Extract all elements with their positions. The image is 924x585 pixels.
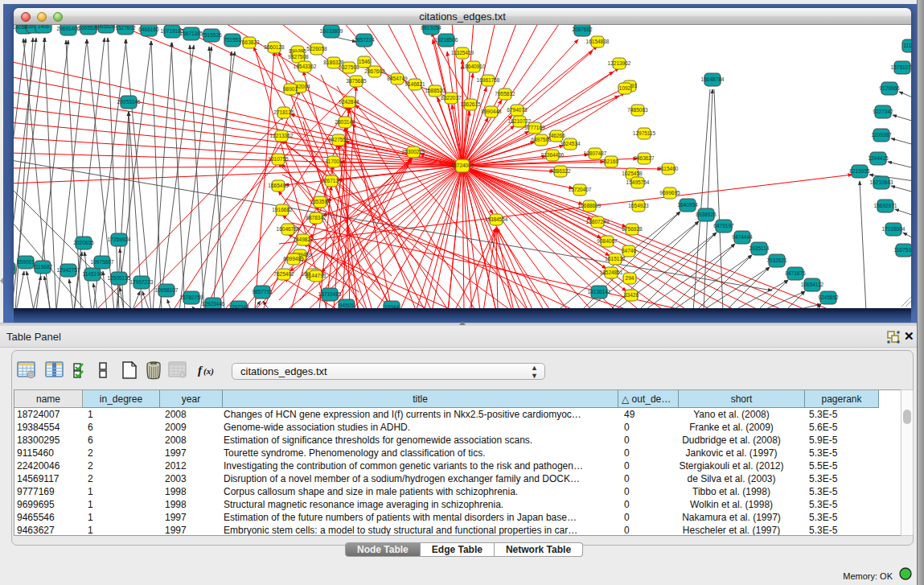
svg-text:20691406: 20691406	[57, 26, 80, 31]
svg-text:7485063: 7485063	[627, 107, 648, 113]
svg-text:1654923: 1654923	[628, 203, 649, 208]
svg-text:9245652: 9245652	[818, 295, 839, 300]
svg-text:1615132: 1615132	[605, 256, 626, 262]
svg-text:20053346: 20053346	[117, 99, 141, 105]
svg-text:2020655: 2020655	[73, 240, 94, 245]
svg-text:9146821: 9146821	[405, 81, 425, 87]
svg-text:17016504: 17016504	[882, 226, 906, 232]
svg-text:7515526: 7515526	[201, 32, 222, 38]
svg-text:8215955: 8215955	[849, 168, 870, 174]
svg-text:3875685: 3875685	[346, 78, 367, 84]
svg-text:7625402: 7625402	[273, 271, 294, 277]
svg-text:21364436: 21364436	[541, 152, 565, 158]
svg-text:10944: 10944	[384, 304, 399, 308]
svg-text:2087682: 2087682	[572, 27, 593, 32]
svg-text:1115682: 1115682	[33, 264, 53, 270]
svg-text:18724007: 18724007	[451, 163, 474, 168]
svg-text:15692971: 15692971	[874, 203, 897, 208]
svg-text:7955812: 7955812	[495, 91, 515, 97]
svg-text:9474444: 9474444	[732, 234, 753, 240]
svg-text:16210722: 16210722	[508, 118, 532, 124]
svg-text:3267130: 3267130	[321, 178, 342, 183]
svg-text:6479197: 6479197	[713, 223, 734, 229]
svg-text:12213962: 12213962	[608, 60, 631, 66]
svg-text:18524851: 18524851	[600, 270, 623, 275]
svg-text:16210643: 16210643	[870, 179, 893, 185]
svg-text:13716485: 13716485	[318, 291, 342, 297]
svg-text:8813054: 8813054	[421, 25, 441, 31]
svg-text:19384554: 19384554	[485, 216, 508, 222]
svg-text:2803144: 2803144	[335, 119, 355, 125]
svg-text:12942757: 12942757	[57, 267, 80, 273]
svg-text:94505: 94505	[339, 303, 354, 308]
svg-text:10975867: 10975867	[91, 259, 114, 265]
svg-text:6466160: 6466160	[138, 27, 159, 32]
svg-text:1025458: 1025458	[622, 171, 643, 176]
svg-text:9827508: 9827508	[288, 54, 309, 60]
svg-text:8454749: 8454749	[387, 76, 408, 81]
svg-text:f: f	[198, 364, 203, 377]
svg-text:16961758: 16961758	[477, 77, 500, 83]
svg-text:16648784: 16648784	[701, 76, 725, 82]
svg-text:8938928: 8938928	[696, 212, 717, 217]
svg-text:2935114: 2935114	[749, 245, 770, 251]
svg-text:17957223: 17957223	[130, 279, 154, 285]
svg-text:1362615: 1362615	[460, 101, 481, 107]
svg-text:98901: 98901	[283, 86, 298, 92]
svg-text:(x): (x)	[203, 366, 214, 377]
svg-text:1546: 1546	[359, 59, 371, 64]
svg-text:1145194: 1145194	[83, 271, 103, 277]
svg-text:9115460: 9115460	[659, 166, 679, 171]
svg-text:1449822: 1449822	[293, 237, 314, 242]
svg-text:1244415: 1244415	[868, 155, 889, 161]
svg-text:1209387: 1209387	[871, 132, 892, 138]
svg-text:7632621: 7632621	[766, 257, 787, 263]
svg-text:8322037: 8322037	[441, 95, 462, 101]
svg-text:9327508: 9327508	[339, 64, 359, 70]
svg-text:10654112: 10654112	[801, 282, 824, 287]
svg-text:12505135: 12505135	[108, 275, 131, 281]
svg-text:1092: 1092	[619, 85, 631, 91]
svg-text:8660128: 8660128	[264, 44, 285, 50]
svg-text:16543362: 16543362	[294, 64, 317, 69]
svg-text:9699695: 9699695	[659, 190, 680, 196]
svg-text:25300275: 25300275	[402, 149, 425, 154]
svg-text:1665493: 1665493	[268, 183, 289, 188]
svg-text:16782759: 16782759	[180, 295, 203, 300]
svg-text:10688609: 10688609	[578, 203, 602, 208]
svg-text:18640910: 18640910	[462, 64, 486, 69]
svg-text:19218506: 19218506	[435, 37, 458, 43]
svg-text:7857224: 7857224	[354, 37, 375, 43]
svg-text:1916682: 1916682	[272, 207, 293, 212]
svg-text:9242848: 9242848	[339, 99, 359, 105]
svg-text:18807249: 18807249	[586, 219, 610, 225]
svg-text:3624534: 3624534	[560, 141, 581, 146]
svg-text:9084067: 9084067	[597, 238, 618, 244]
svg-text:1640954: 1640954	[677, 202, 698, 208]
svg-text:12975115: 12975115	[633, 130, 656, 136]
svg-text:9227342: 9227342	[873, 109, 893, 114]
svg-text:5226058: 5226058	[306, 46, 327, 51]
svg-text:294: 294	[626, 275, 634, 281]
svg-text:2718126: 2718126	[273, 109, 294, 115]
svg-text:15720407: 15720407	[569, 187, 592, 192]
svg-text:34746: 34746	[622, 248, 636, 253]
svg-text:12923446: 12923446	[202, 301, 225, 307]
svg-text:15751074: 15751074	[891, 64, 911, 70]
svg-text:9777169: 9777169	[524, 125, 545, 130]
svg-text:15495754: 15495754	[626, 179, 650, 185]
svg-text:1167534: 1167534	[894, 247, 911, 253]
svg-text:9129966: 9129966	[879, 85, 900, 91]
svg-text:6794078: 6794078	[507, 107, 528, 113]
svg-text:1588520: 1588520	[425, 88, 446, 93]
svg-text:7663822: 7663822	[239, 39, 260, 45]
svg-text:8878342: 8878342	[306, 215, 326, 220]
svg-text:16154838: 16154838	[586, 39, 610, 44]
svg-text:1292344: 1292344	[228, 304, 249, 308]
svg-text:751552: 751552	[224, 37, 241, 43]
svg-text:1144793: 1144793	[306, 273, 326, 278]
svg-text:6099489: 6099489	[283, 256, 304, 262]
svg-text:11126: 11126	[903, 43, 911, 48]
svg-text:62160: 62160	[604, 159, 618, 164]
svg-text:8427552: 8427552	[328, 137, 349, 142]
